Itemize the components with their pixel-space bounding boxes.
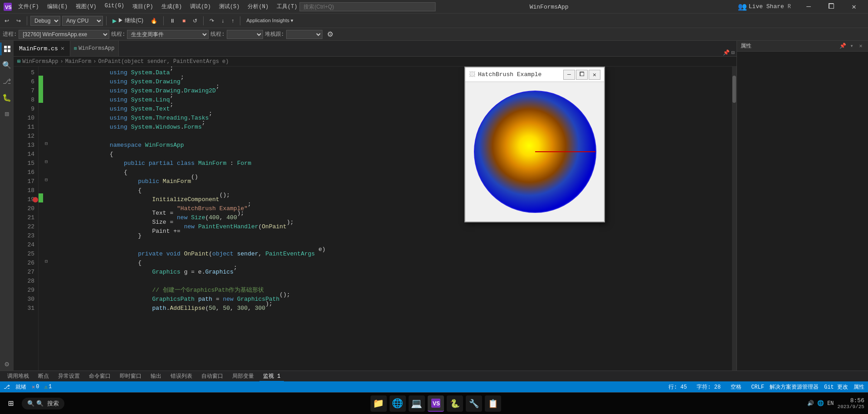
menu-analyze[interactable]: 分析(N) bbox=[244, 2, 272, 11]
properties-panel: 属性 📌 ▾ ✕ bbox=[736, 41, 868, 371]
git-branch-label[interactable]: 就绪 bbox=[15, 383, 26, 391]
gutter-17 bbox=[39, 175, 43, 184]
stop-button[interactable]: ■ bbox=[180, 15, 188, 26]
solution-explorer-link[interactable]: 解决方案资源管理器 bbox=[770, 383, 819, 391]
hatchbrush-canvas bbox=[467, 84, 603, 220]
hatchbrush-close-button[interactable]: ✕ bbox=[589, 70, 600, 80]
pause-button[interactable]: ⏸ bbox=[167, 15, 178, 26]
panel-dropdown-icon[interactable]: ▾ bbox=[848, 43, 855, 50]
tab-winformsapp[interactable]: ⊞ WinFormsApp bbox=[70, 41, 118, 56]
bottom-tab-immediate[interactable]: 即时窗口 bbox=[116, 371, 145, 381]
fold-collapse-onpaint[interactable]: ⊟ bbox=[43, 257, 49, 266]
debug-mode-dropdown[interactable]: Debug bbox=[30, 16, 60, 26]
step-over-button[interactable]: ↷ bbox=[207, 15, 217, 26]
fold-24 bbox=[43, 275, 49, 284]
line-dropdown[interactable] bbox=[227, 30, 263, 39]
menu-git[interactable]: Git(G) bbox=[101, 2, 128, 11]
bottom-tab-breakpoints[interactable]: 断点 bbox=[34, 371, 53, 381]
start-button[interactable]: ⊞ bbox=[4, 396, 18, 411]
editor-tab-bar: MainForm.cs ✕ ⊞ WinFormsApp 📌 ⊟ bbox=[14, 41, 736, 57]
fold-6 bbox=[43, 112, 49, 121]
stack-settings-button[interactable]: ⚙ bbox=[324, 29, 336, 40]
fold-collapse-ns[interactable]: ⊟ bbox=[43, 139, 49, 148]
tab-close-icon[interactable]: ✕ bbox=[61, 45, 64, 52]
breadcrumb-sep2: › bbox=[93, 58, 96, 65]
taskbar-edge-icon[interactable]: 🌐 bbox=[390, 395, 406, 412]
search-input[interactable] bbox=[299, 2, 435, 11]
panel-pin-icon[interactable]: 📌 bbox=[839, 43, 846, 50]
activity-explorer-icon[interactable] bbox=[0, 43, 13, 55]
taskbar-explorer-icon[interactable]: 📁 bbox=[371, 395, 387, 412]
step-into-button[interactable]: ↓ bbox=[219, 15, 227, 26]
menu-test[interactable]: 测试(S) bbox=[215, 2, 244, 11]
bottom-tab-watch[interactable]: 监视 1 bbox=[259, 371, 284, 381]
fold-collapse-class[interactable]: ⊟ bbox=[43, 157, 49, 166]
hot-reload-button[interactable]: 🔥 bbox=[148, 15, 160, 26]
activity-extensions-icon[interactable]: ⊞ bbox=[0, 108, 13, 120]
diagnostics-button[interactable]: Application Insights ▾ bbox=[244, 15, 296, 26]
code-line-11: using System.Windows.Forms; bbox=[53, 123, 732, 132]
close-button[interactable]: ✕ bbox=[844, 0, 864, 14]
hatchbrush-maximize-button[interactable]: ⧠ bbox=[576, 70, 588, 80]
bottom-tab-auto[interactable]: 自动窗口 bbox=[198, 371, 227, 381]
restart-button[interactable]: ↺ bbox=[190, 15, 200, 26]
live-share-label[interactable]: Live Share bbox=[749, 3, 784, 10]
activity-debug-icon[interactable]: 🐛 bbox=[0, 91, 13, 104]
breadcrumb-mainform[interactable]: MainForm bbox=[65, 58, 92, 65]
undo-button[interactable]: ↩ bbox=[2, 15, 12, 26]
minimize-button[interactable]: — bbox=[798, 0, 819, 14]
tab-split-icon[interactable]: ⊟ bbox=[731, 49, 735, 56]
fold-collapse-ctor[interactable]: ⊟ bbox=[43, 175, 49, 184]
activity-search-icon[interactable]: 🔍 bbox=[0, 59, 13, 72]
bottom-tab-locals[interactable]: 局部变量 bbox=[229, 371, 258, 381]
tab-mainform-cs[interactable]: MainForm.cs ✕ bbox=[14, 41, 70, 56]
line-20: 20 bbox=[14, 204, 34, 213]
process-dropdown[interactable]: [32760] WinFormsApp.exe bbox=[19, 30, 109, 39]
maximize-button[interactable]: ⧠ bbox=[821, 0, 842, 14]
menu-tools[interactable]: 工具(T) bbox=[273, 2, 301, 11]
git-changes-link[interactable]: Git 更改 bbox=[824, 383, 848, 391]
menu-view[interactable]: 视图(V) bbox=[72, 2, 100, 11]
line-label: 线程: bbox=[210, 30, 224, 38]
stack-dropdown[interactable] bbox=[286, 30, 322, 39]
taskbar-rider-icon[interactable]: 🔧 bbox=[466, 395, 482, 412]
step-out-button[interactable]: ↑ bbox=[229, 15, 237, 26]
taskbar-app-icon[interactable]: 📋 bbox=[485, 395, 501, 412]
properties-panel-header: 属性 📌 ▾ ✕ bbox=[737, 41, 868, 52]
taskbar-vscode-icon[interactable]: 💻 bbox=[409, 395, 425, 412]
menu-file[interactable]: 文件(F) bbox=[15, 2, 43, 11]
line-7: 7 bbox=[14, 87, 34, 96]
hatchbrush-minimize-button[interactable]: — bbox=[563, 70, 575, 80]
code-editor[interactable]: using System.Data; using System.Drawing;… bbox=[49, 67, 732, 371]
bottom-tab-output[interactable]: 输出 bbox=[147, 371, 165, 381]
bottom-tab-exceptions[interactable]: 异常设置 bbox=[54, 371, 83, 381]
code-line-5: using System.Data; bbox=[53, 68, 732, 77]
scrollbar-thumb[interactable] bbox=[732, 76, 736, 103]
menu-project[interactable]: 项目(P) bbox=[129, 2, 157, 11]
error-count[interactable]: ✕ 0 ⚠ 1 bbox=[32, 384, 52, 390]
breadcrumb-onpaint[interactable]: OnPaint(object sender, PaintEventArgs e) bbox=[98, 58, 229, 65]
tab-pin-icon[interactable]: 📌 bbox=[723, 49, 730, 56]
taskbar-python-icon[interactable]: 🐍 bbox=[447, 395, 463, 412]
menu-edit[interactable]: 编辑(E) bbox=[44, 2, 72, 11]
code-line-13: namespace WinFormsApp bbox=[53, 141, 732, 150]
gutter-15 bbox=[39, 157, 43, 166]
taskbar-vs-icon[interactable]: VS bbox=[428, 395, 444, 412]
redo-button[interactable]: ↪ bbox=[14, 15, 24, 26]
bottom-tab-command[interactable]: 命令窗口 bbox=[85, 371, 114, 381]
breadcrumb-winformsapp[interactable]: WinFormsApp bbox=[22, 58, 58, 65]
run-button[interactable]: ▶ ▶ 继续(C) bbox=[110, 15, 146, 26]
panel-close-icon[interactable]: ✕ bbox=[857, 43, 864, 50]
activity-git-icon[interactable]: ⎇ bbox=[0, 75, 13, 88]
vertical-scrollbar[interactable] bbox=[732, 67, 736, 371]
bottom-tab-callstack[interactable]: 调用堆栈 bbox=[4, 371, 33, 381]
bottom-tab-errors[interactable]: 错误列表 bbox=[167, 371, 196, 381]
thread-dropdown[interactable]: 生生变周事件 bbox=[127, 30, 209, 39]
code-line-14: { bbox=[53, 150, 732, 159]
properties-link[interactable]: 属性 bbox=[853, 383, 864, 391]
search-button[interactable]: 🔍 🔍 搜索 bbox=[22, 398, 64, 409]
activity-settings-icon[interactable]: ⚙ bbox=[0, 358, 13, 371]
cpu-dropdown[interactable]: Any CPU bbox=[62, 16, 103, 26]
menu-build[interactable]: 生成(B) bbox=[158, 2, 186, 11]
menu-debug[interactable]: 调试(D) bbox=[186, 2, 215, 11]
